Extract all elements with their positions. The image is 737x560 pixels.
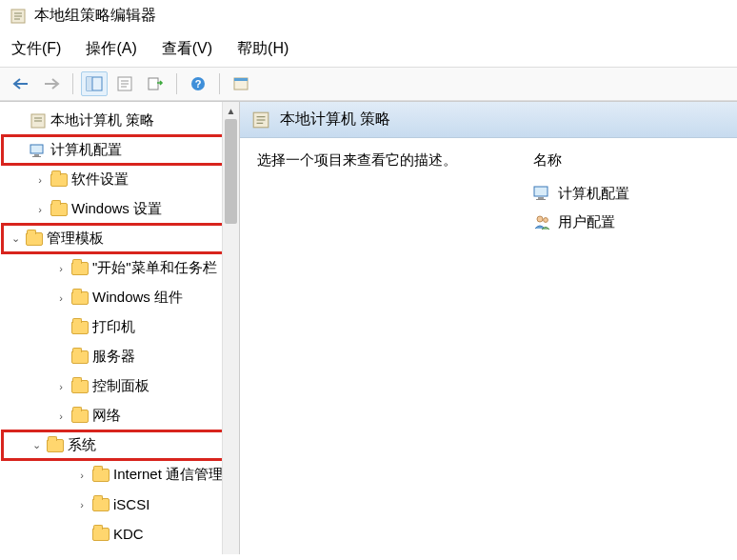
list-item-computer-config[interactable]: 计算机配置 <box>533 179 720 208</box>
tree-iscsi[interactable]: › iSCSI <box>2 490 237 519</box>
expander-icon[interactable]: › <box>72 470 91 481</box>
menu-file[interactable]: 文件(F) <box>11 39 61 59</box>
tree-software-settings[interactable]: › 软件设置 <box>2 165 237 194</box>
svg-rect-26 <box>534 187 548 196</box>
svg-point-29 <box>537 216 543 222</box>
tree-windows-settings[interactable]: › Windows 设置 <box>2 194 237 224</box>
tree-label: Windows 组件 <box>92 289 183 307</box>
folder-icon <box>70 289 90 308</box>
toolbar-separator <box>72 73 73 94</box>
tree-computer-config[interactable]: 计算机配置 <box>2 135 237 165</box>
tree-root[interactable]: ▶ 本地计算机 策略 <box>2 106 237 135</box>
content-header: 本地计算机 策略 <box>240 102 737 138</box>
tree-start-menu[interactable]: › "开始"菜单和任务栏 <box>2 253 237 283</box>
svg-rect-27 <box>538 197 544 199</box>
expander-icon[interactable]: › <box>51 381 70 392</box>
folder-icon <box>50 170 69 190</box>
tree-label: Windows 设置 <box>71 200 162 218</box>
expander-icon[interactable]: › <box>30 204 50 215</box>
expander-icon[interactable]: › <box>30 174 50 186</box>
tree-printers[interactable]: › 打印机 <box>2 312 237 342</box>
tree-admin-templates[interactable]: ⌄ 管理模板 <box>2 224 237 253</box>
tree-label: 打印机 <box>92 318 135 336</box>
back-button[interactable] <box>8 71 34 96</box>
svg-rect-19 <box>30 145 43 153</box>
forward-button[interactable] <box>38 71 65 96</box>
folder-icon <box>46 436 65 455</box>
tree-pane: ▶ 本地计算机 策略 计算机配置 › 软件设置 › Windows 设置 ⌄ <box>0 102 240 554</box>
tree-label: 网络 <box>92 407 121 425</box>
expander-icon[interactable]: › <box>51 263 70 274</box>
chevron-down-icon[interactable]: ⌄ <box>27 439 46 451</box>
toolbar-separator <box>219 73 220 94</box>
scroll-thumb[interactable] <box>225 119 237 224</box>
toolbar-separator <box>176 73 177 94</box>
tree-label: KDC <box>113 526 144 542</box>
folder-icon <box>70 407 90 426</box>
list-item-label: 用户配置 <box>558 213 615 231</box>
properties-button[interactable] <box>111 71 138 96</box>
folder-icon <box>25 230 44 249</box>
tree-label: 软件设置 <box>71 170 129 189</box>
tree-label: 本地计算机 策略 <box>50 111 154 130</box>
svg-point-30 <box>544 218 548 223</box>
window-title: 本地组策略编辑器 <box>34 6 156 26</box>
chevron-down-icon[interactable]: ⌄ <box>6 232 25 245</box>
folder-icon <box>70 377 90 396</box>
help-button[interactable]: ? <box>185 71 211 96</box>
expander-icon[interactable]: › <box>51 292 70 304</box>
svg-rect-11 <box>149 78 158 90</box>
svg-rect-20 <box>34 154 39 156</box>
filter-button[interactable] <box>228 71 254 96</box>
policy-icon <box>251 110 270 130</box>
users-icon <box>533 213 552 230</box>
tree-kdc[interactable]: › KDC <box>2 519 237 549</box>
tree-label: iSCSI <box>113 496 149 512</box>
tree-label: 控制面板 <box>92 377 149 395</box>
scroll-up-icon[interactable]: ▲ <box>223 102 239 119</box>
tree-network[interactable]: › 网络 <box>2 401 237 430</box>
tree-label: 系统 <box>68 436 96 454</box>
svg-rect-15 <box>234 78 248 81</box>
folder-icon <box>91 525 110 544</box>
computer-icon <box>533 185 552 202</box>
tree-system[interactable]: ⌄ 系统 <box>2 430 237 460</box>
tree-label: 服务器 <box>92 348 135 366</box>
svg-text:?: ? <box>195 78 202 90</box>
description-text: 选择一个项目来查看它的描述。 <box>257 151 486 236</box>
main-area: ▶ 本地计算机 策略 计算机配置 › 软件设置 › Windows 设置 ⌄ <box>0 101 737 554</box>
tree-windows-components[interactable]: › Windows 组件 <box>2 283 237 312</box>
folder-icon <box>70 348 90 367</box>
tree-internet[interactable]: › Internet 通信管理 <box>2 460 237 490</box>
toolbar: ? <box>0 67 737 101</box>
tree-label: Internet 通信管理 <box>113 466 223 484</box>
tree-scrollbar[interactable]: ▲ <box>222 102 239 554</box>
tree-label: 计算机配置 <box>50 141 122 159</box>
menu-view[interactable]: 查看(V) <box>162 39 212 59</box>
tree-control-panel[interactable]: › 控制面板 <box>2 371 237 401</box>
tree-label: 管理模板 <box>47 230 104 248</box>
computer-icon <box>29 141 48 160</box>
folder-icon <box>70 318 90 337</box>
tree-servers[interactable]: › 服务器 <box>2 342 237 371</box>
policy-icon <box>29 111 48 130</box>
expander-icon[interactable]: › <box>51 410 70 422</box>
svg-rect-21 <box>32 156 41 157</box>
titlebar: 本地组策略编辑器 <box>0 0 737 31</box>
folder-icon <box>50 200 69 219</box>
menu-help[interactable]: 帮助(H) <box>237 39 289 59</box>
show-tree-button[interactable] <box>81 71 108 96</box>
svg-rect-5 <box>87 77 92 90</box>
name-column-header[interactable]: 名称 <box>533 151 720 170</box>
folder-icon <box>70 259 90 278</box>
menu-action[interactable]: 操作(A) <box>86 39 136 59</box>
tree-label: "开始"菜单和任务栏 <box>92 259 217 277</box>
expander-icon[interactable]: › <box>72 499 91 510</box>
menubar: 文件(F) 操作(A) 查看(V) 帮助(H) <box>0 31 737 67</box>
list-item-label: 计算机配置 <box>558 185 629 203</box>
folder-icon <box>91 466 110 485</box>
svg-rect-28 <box>536 199 546 200</box>
gpedit-icon <box>10 8 27 25</box>
export-button[interactable] <box>142 71 169 96</box>
list-item-user-config[interactable]: 用户配置 <box>533 208 720 236</box>
